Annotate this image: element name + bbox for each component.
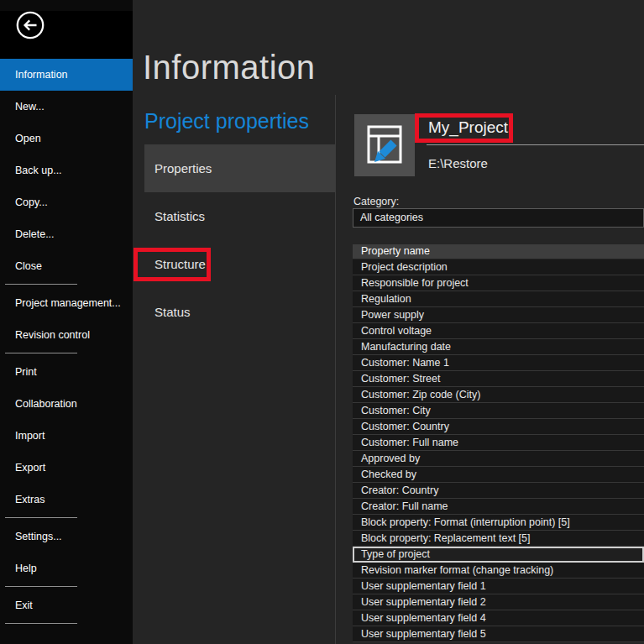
table-row[interactable]: Type of project [353,547,644,563]
table-body: Project description Responsible for proj… [353,259,644,642]
sidebar-item[interactable]: Information [0,59,133,91]
table-row[interactable]: Customer: Name 1 [353,355,644,371]
sidebar-header [0,11,133,59]
sidebar-item[interactable]: Copy... [0,186,133,218]
table-row[interactable]: Manufacturing date [353,339,644,355]
table-row[interactable]: User supplementary field 2 [353,594,644,610]
details-panel: My_Project E:\Restore Category: All cate… [336,0,644,644]
category-dropdown[interactable]: All categories [353,208,644,228]
table-row[interactable]: Responsible for project [353,275,644,291]
table-row[interactable]: Creator: Country [353,483,644,499]
sidebar-item[interactable]: Export [0,452,133,484]
table-header-property-name: Property name [353,244,644,259]
sidebar-item[interactable]: Close [0,250,133,282]
page-title: Information [143,49,316,86]
table-row[interactable]: Project description [353,259,644,275]
tab-list: Properties Statistics Structure Status [144,144,336,336]
sidebar-separator [5,586,77,587]
table-row[interactable]: Customer: City [353,403,644,419]
tab[interactable]: Properties [144,144,336,192]
table-row[interactable]: Revision marker format (change tracking) [353,563,644,579]
sidebar-separator [5,284,77,285]
section-title: Project properties [144,109,309,134]
table-row[interactable]: Customer: Full name [353,435,644,451]
table-row[interactable]: Approved by [353,451,644,467]
tab[interactable]: Structure [144,240,336,288]
property-table: Property name Project description Respon… [353,244,644,642]
sidebar-item[interactable]: Delete... [0,218,133,250]
sidebar-item[interactable]: Back up... [0,154,133,186]
project-edit-icon [354,114,415,176]
sidebar-item[interactable]: Import [0,420,133,452]
sidebar-item[interactable]: Exit [0,589,133,621]
sidebar-item[interactable]: Collaboration [0,388,133,420]
sidebar-item[interactable]: Settings... [0,521,133,552]
table-row[interactable]: Regulation [353,291,644,307]
project-name-underline [427,144,644,145]
sidebar-item[interactable]: Extras [0,484,133,516]
sidebar: Information New... Open Back up... Copy.… [0,0,133,644]
table-row[interactable]: Checked by [353,467,644,483]
back-arrow-icon[interactable] [16,11,45,39]
sidebar-item[interactable]: Help [0,552,133,584]
table-row[interactable]: User supplementary field 4 [353,610,644,626]
table-row[interactable]: Block property: Replacement text [5] [353,531,644,547]
sidebar-item[interactable]: Revision control [0,319,133,351]
sidebar-item[interactable]: Open [0,123,133,154]
tabs-column: Information Project properties Propertie… [133,0,336,644]
table-row[interactable]: User supplementary field 5 [353,626,644,642]
tab[interactable]: Status [144,288,336,336]
project-name[interactable]: My_Project [428,118,508,137]
project-path: E:\Restore [428,156,488,170]
table-row[interactable]: Customer: Country [353,419,644,435]
table-row[interactable]: Customer: Street [353,371,644,387]
table-row[interactable]: Creator: Full name [353,499,644,515]
table-row[interactable]: Customer: Zip code (City) [353,387,644,403]
sidebar-separator [5,517,77,518]
sidebar-item[interactable]: Project management... [0,287,133,319]
category-label: Category: [353,196,399,207]
table-row[interactable]: Power supply [353,307,644,323]
sidebar-item[interactable]: New... [0,91,133,123]
tab[interactable]: Statistics [144,192,336,240]
sidebar-menu: Information New... Open Back up... Copy.… [0,59,133,624]
table-row[interactable]: Block property: Format (interruption poi… [353,515,644,531]
sidebar-separator [5,353,77,353]
table-row[interactable]: User supplementary field 1 [353,579,644,594]
sidebar-item[interactable]: Print [0,356,133,388]
sidebar-separator [5,623,77,624]
table-row[interactable]: Control voltage [353,323,644,339]
